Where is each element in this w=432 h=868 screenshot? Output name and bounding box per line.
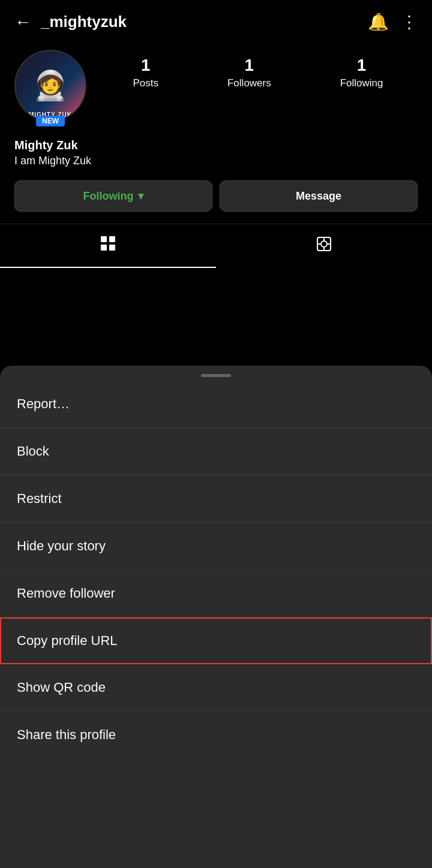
message-button[interactable]: Message [220,180,418,212]
svg-rect-7 [323,248,325,251]
handle-bar [201,374,231,377]
avatar-inner: 🧑‍🚀 MIGHTY ZUK [16,51,85,120]
posts-label: Posts [133,77,158,89]
svg-rect-3 [109,245,115,251]
following-label: Following [340,77,383,89]
stat-followers[interactable]: 1 Followers [227,56,271,89]
new-badge: NEW [36,116,65,126]
svg-rect-9 [328,243,331,245]
svg-point-5 [321,241,327,247]
menu-item-restrict[interactable]: Restrict [0,475,432,523]
svg-rect-6 [323,237,325,240]
tab-tagged[interactable] [216,224,432,268]
tab-grid[interactable] [0,224,216,268]
profile-section: 🧑‍🚀 MIGHTY ZUK NEW 1 Posts 1 Followers 1… [0,38,432,128]
top-bar-left: ← _mightyzuk [14,13,127,32]
grid-icon [100,235,116,256]
profile-info: Mighty Zuk I am Mighty Zuk [0,128,432,172]
avatar[interactable]: 🧑‍🚀 MIGHTY ZUK [14,50,86,122]
menu-item-copy-profile-url[interactable]: Copy profile URL [0,617,432,664]
stat-posts[interactable]: 1 Posts [133,56,158,89]
menu-item-report[interactable]: Report… [0,381,432,428]
profile-bio: I am Mighty Zuk [14,155,418,167]
menu-item-remove-follower[interactable]: Remove follower [0,570,432,617]
followers-count: 1 [245,56,254,75]
more-options-icon[interactable]: ⋮ [401,12,418,32]
back-button[interactable]: ← [14,13,31,32]
menu-item-block[interactable]: Block [0,428,432,475]
top-bar: ← _mightyzuk 🔔 ⋮ [0,0,432,38]
following-button[interactable]: Following ▾ [14,180,212,212]
message-button-label: Message [296,190,341,203]
stats-container: 1 Posts 1 Followers 1 Following [98,50,418,89]
svg-rect-0 [101,236,107,242]
profile-name: Mighty Zuk [14,138,418,152]
top-bar-right: 🔔 ⋮ [368,12,418,32]
notification-icon[interactable]: 🔔 [368,12,389,32]
following-count: 1 [357,56,367,75]
posts-count: 1 [141,56,151,75]
bottom-sheet: Report… Block Restrict Hide your story R… [0,366,432,868]
tabs-row [0,224,432,268]
username-title: _mightyzuk [41,13,127,31]
svg-rect-2 [101,245,107,251]
menu-item-show-qr[interactable]: Show QR code [0,664,432,712]
avatar-image: 🧑‍🚀 [32,69,68,103]
svg-rect-1 [109,236,115,242]
svg-rect-8 [317,243,320,245]
menu-item-share-profile[interactable]: Share this profile [0,712,432,758]
tagged-icon [316,236,332,257]
followers-label: Followers [227,77,271,89]
menu-item-hide-story[interactable]: Hide your story [0,523,432,570]
action-buttons: Following ▾ Message [0,172,432,224]
following-button-label: Following [83,190,134,203]
stat-following[interactable]: 1 Following [340,56,383,89]
sheet-handle [0,366,432,381]
avatar-container: 🧑‍🚀 MIGHTY ZUK NEW [14,50,86,122]
chevron-down-icon: ▾ [138,189,143,203]
